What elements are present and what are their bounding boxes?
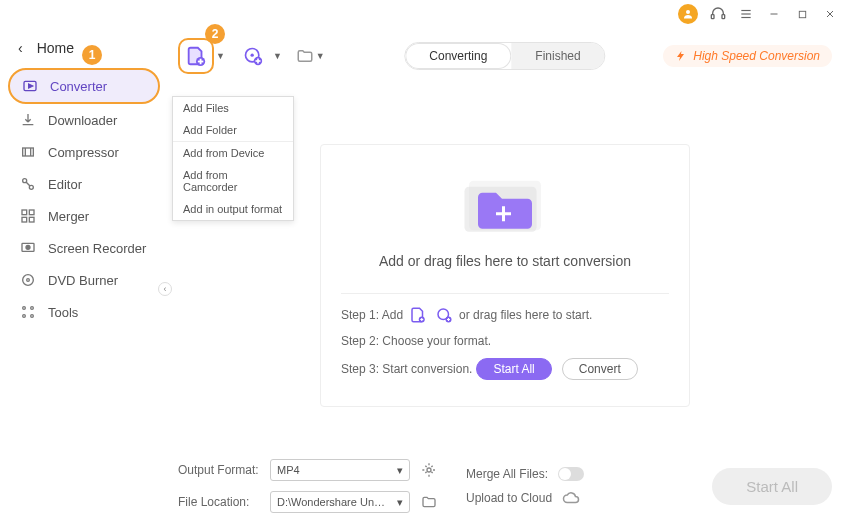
sidebar-item-label: Merger <box>48 209 89 224</box>
cloud-icon[interactable] <box>562 491 580 505</box>
callout-2: 2 <box>205 24 225 44</box>
sidebar-item-downloader[interactable]: Downloader <box>8 104 160 136</box>
step-1: Step 1: Add or drag files here to start. <box>341 306 669 324</box>
svg-point-25 <box>27 279 30 282</box>
converter-icon <box>22 78 38 94</box>
sidebar-item-screen-recorder[interactable]: Screen Recorder <box>8 232 160 264</box>
svg-point-0 <box>686 10 690 14</box>
svg-point-34 <box>250 54 253 57</box>
minimize-icon[interactable] <box>766 6 782 22</box>
output-format-label: Output Format: <box>178 463 260 477</box>
sidebar-item-label: Converter <box>50 79 107 94</box>
svg-rect-1 <box>711 15 714 19</box>
sidebar-item-label: Screen Recorder <box>48 241 146 256</box>
add-file-caret-icon[interactable]: ▼ <box>216 51 225 61</box>
svg-point-23 <box>26 245 30 249</box>
home-label: Home <box>37 40 74 56</box>
headset-icon[interactable] <box>710 6 726 22</box>
dropzone-message: Add or drag files here to start conversi… <box>341 253 669 269</box>
menu-add-in-output-format[interactable]: Add in output format <box>173 198 293 220</box>
window-titlebar <box>0 0 850 28</box>
tab-converting[interactable]: Converting <box>405 43 511 69</box>
chevron-left-icon: ‹ <box>18 40 23 56</box>
step-2: Step 2: Choose your format. <box>341 334 669 348</box>
file-location-label: File Location: <box>178 495 260 509</box>
step3-text: Step 3: Start conversion. <box>341 362 472 376</box>
add-folder-caret-icon[interactable]: ▼ <box>316 51 325 61</box>
svg-rect-41 <box>496 212 511 215</box>
main-panel: ▼ ▼ ▼ Converting Finished <box>168 28 850 525</box>
menu-add-from-camcorder[interactable]: Add from Camcorder <box>173 164 293 198</box>
step1-suffix: or drag files here to start. <box>459 308 592 322</box>
file-location-value: D:\Wondershare UniConverter 1 <box>277 496 387 508</box>
convert-pill-button[interactable]: Convert <box>562 358 638 380</box>
user-avatar-icon[interactable] <box>678 4 698 24</box>
merge-all-toggle[interactable] <box>558 467 584 481</box>
svg-rect-18 <box>22 210 27 215</box>
start-all-button[interactable]: Start All <box>712 468 832 505</box>
sidebar-item-dvd-burner[interactable]: DVD Burner <box>8 264 160 296</box>
chevron-down-icon: ▾ <box>397 496 403 509</box>
sidebar-item-label: Compressor <box>48 145 119 160</box>
bolt-icon <box>675 50 687 62</box>
svg-line-17 <box>26 182 30 186</box>
bottom-bar: Output Format: MP4 ▾ File Location: D:\W… <box>178 459 832 513</box>
high-speed-conversion-badge[interactable]: High Speed Conversion <box>663 45 832 67</box>
file-location-select[interactable]: D:\Wondershare UniConverter 1 ▾ <box>270 491 410 513</box>
hsc-label: High Speed Conversion <box>693 49 820 63</box>
add-file-mini-icon[interactable] <box>409 306 427 324</box>
steps: Step 1: Add or drag files here to start.… <box>341 293 669 380</box>
menu-add-files[interactable]: Add Files <box>173 97 293 119</box>
add-folder-button[interactable] <box>296 47 314 65</box>
dvd-burner-icon <box>20 272 36 288</box>
svg-point-26 <box>23 307 26 310</box>
start-all-pill-button[interactable]: Start All <box>476 358 551 380</box>
output-format-value: MP4 <box>277 464 300 476</box>
editor-icon <box>20 176 36 192</box>
add-dvd-mini-icon[interactable] <box>435 306 453 324</box>
downloader-icon <box>20 112 36 128</box>
sidebar-item-merger[interactable]: Merger <box>8 200 160 232</box>
close-icon[interactable] <box>822 6 838 22</box>
callout-1: 1 <box>82 45 102 65</box>
menu-add-from-device[interactable]: Add from Device <box>173 142 293 164</box>
step-3: Step 3: Start conversion. Start All Conv… <box>341 358 669 380</box>
upload-cloud-label: Upload to Cloud <box>466 491 552 505</box>
sidebar-item-converter[interactable]: Converter <box>8 68 160 104</box>
sidebar-item-compressor[interactable]: Compressor <box>8 136 160 168</box>
menu-add-folder[interactable]: Add Folder <box>173 119 293 141</box>
maximize-icon[interactable] <box>794 6 810 22</box>
add-dvd-caret-icon[interactable]: ▼ <box>273 51 282 61</box>
open-folder-icon[interactable] <box>420 493 438 511</box>
tab-finished[interactable]: Finished <box>511 43 604 69</box>
svg-point-28 <box>23 315 26 318</box>
sidebar-item-label: Downloader <box>48 113 117 128</box>
sidebar-item-label: Editor <box>48 177 82 192</box>
menu-icon[interactable] <box>738 6 754 22</box>
svg-rect-21 <box>29 217 34 222</box>
svg-rect-7 <box>799 11 805 17</box>
step2-text: Step 2: Choose your format. <box>341 334 491 348</box>
svg-point-29 <box>31 315 34 318</box>
screen-recorder-icon <box>20 240 36 256</box>
step1-prefix: Step 1: Add <box>341 308 403 322</box>
svg-rect-2 <box>722 15 725 19</box>
compressor-icon <box>20 144 36 160</box>
svg-point-24 <box>23 275 34 286</box>
settings-gear-icon[interactable] <box>420 461 438 479</box>
sidebar-item-label: DVD Burner <box>48 273 118 288</box>
output-format-select[interactable]: MP4 ▾ <box>270 459 410 481</box>
chevron-down-icon: ▾ <box>397 464 403 477</box>
sidebar-item-editor[interactable]: Editor <box>8 168 160 200</box>
merger-icon <box>20 208 36 224</box>
status-tabs: Converting Finished <box>404 42 605 70</box>
svg-rect-19 <box>29 210 34 215</box>
add-dvd-button[interactable] <box>235 38 271 74</box>
dropzone[interactable]: Add or drag files here to start conversi… <box>320 144 690 407</box>
svg-rect-20 <box>22 217 27 222</box>
sidebar-item-label: Tools <box>48 305 78 320</box>
sidebar: ‹ Home Converter Downloader Compressor <box>0 28 168 525</box>
sidebar-item-tools[interactable]: Tools <box>8 296 160 328</box>
svg-point-27 <box>31 307 34 310</box>
add-file-button[interactable] <box>178 38 214 74</box>
